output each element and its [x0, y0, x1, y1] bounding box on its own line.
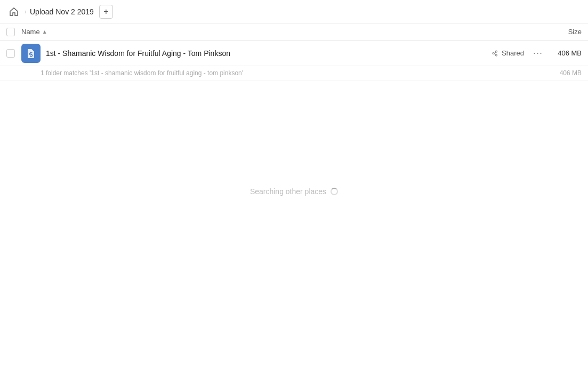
sort-arrow-icon: ▲	[42, 29, 47, 35]
size-column-header: Size	[539, 28, 582, 36]
file-row[interactable]: 1st - Shamanic Wisdom for Fruitful Aging…	[0, 41, 588, 66]
row-checkbox[interactable]	[6, 49, 15, 58]
sub-info-text: 1 folder matches '1st - shamanic wisdom …	[41, 69, 550, 77]
breadcrumb-separator: ›	[23, 8, 28, 15]
shared-badge: Shared	[492, 49, 524, 57]
breadcrumb-text: Upload Nov 2 2019	[30, 7, 94, 16]
more-options-button[interactable]: ···	[530, 46, 545, 61]
file-icon	[21, 44, 41, 63]
select-all-checkbox[interactable]	[6, 28, 15, 36]
name-column-header[interactable]: Name ▲	[21, 28, 539, 36]
add-button[interactable]: +	[99, 5, 113, 19]
sub-info-row: 1 folder matches '1st - shamanic wisdom …	[0, 66, 588, 81]
searching-section: Searching other places	[0, 81, 588, 196]
home-button[interactable]	[6, 4, 21, 19]
loading-spinner	[331, 188, 338, 195]
top-bar: › Upload Nov 2 2019 +	[0, 0, 588, 23]
shared-label: Shared	[502, 49, 524, 57]
file-name: 1st - Shamanic Wisdom for Fruitful Aging…	[46, 49, 492, 58]
searching-text: Searching other places	[250, 187, 326, 196]
sub-info-size: 406 MB	[550, 69, 582, 77]
row-checkbox-wrap[interactable]	[6, 49, 21, 58]
column-header: Name ▲ Size	[0, 23, 588, 41]
file-size: 406 MB	[550, 49, 582, 57]
select-all-checkbox-wrap[interactable]	[6, 28, 21, 36]
